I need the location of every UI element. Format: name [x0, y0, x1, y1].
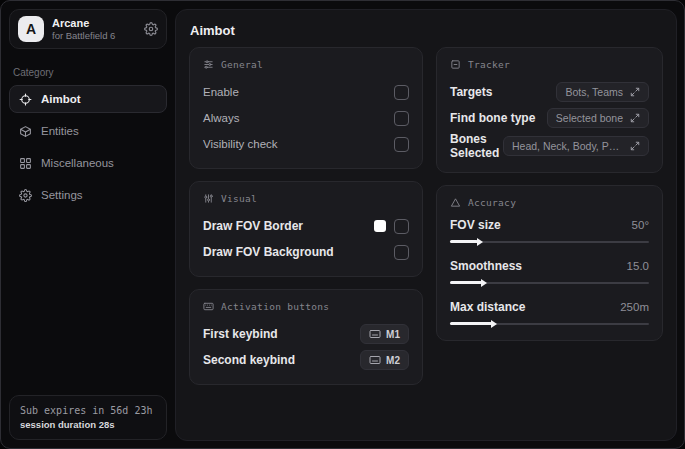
visual-card: Visual Draw FOV Border Draw FOV Backgrou… [189, 181, 423, 277]
sidebar-item-label: Entities [41, 125, 79, 137]
sidebar-item-label: Miscellaneous [41, 157, 114, 169]
session-duration-text: session duration 28s [20, 418, 156, 432]
triangle-icon [450, 197, 461, 208]
setting-row-second-keybind: Second keybind M2 [203, 348, 409, 372]
setting-row-draw-fov-border: Draw FOV Border [203, 214, 409, 238]
setting-row-find-bone-type: Find bone type Selected bone [450, 106, 649, 130]
app-name: Arcane [52, 17, 136, 30]
second-keybind-button[interactable]: M2 [360, 350, 409, 370]
setting-label: Enable [203, 86, 239, 98]
max-distance-slider[interactable] [450, 319, 649, 328]
fov-size-value: 50° [632, 219, 649, 231]
always-checkbox[interactable] [394, 111, 409, 126]
sidebar-item-entities[interactable]: Entities [9, 117, 167, 145]
targets-dropdown[interactable]: Bots, Teams [556, 82, 649, 102]
cube-icon [19, 125, 32, 138]
slider-thumb[interactable] [450, 281, 482, 284]
keyboard-icon [203, 301, 214, 312]
smoothness-slider[interactable] [450, 278, 649, 287]
draw-fov-border-checkbox[interactable] [394, 219, 409, 234]
smoothness-group: Smoothness 15.0 [450, 259, 649, 287]
tracker-card: Tracker Targets Bots, Teams Find bone ty… [436, 47, 663, 173]
sidebar: A Arcane for Battlefield 6 Category Aimb… [1, 1, 175, 448]
sidebar-item-aimbot[interactable]: Aimbot [9, 85, 167, 113]
sidebar-item-label: Settings [41, 189, 83, 201]
setting-label: Bones Selected [450, 132, 503, 160]
sidebar-item-settings[interactable]: Settings [9, 181, 167, 209]
main-panel: Aimbot General Enable Always [175, 9, 677, 441]
keyboard-icon [369, 328, 381, 340]
expand-icon [630, 141, 640, 151]
right-column: Tracker Targets Bots, Teams Find bone ty… [436, 47, 663, 341]
setting-label: Draw FOV Background [203, 245, 334, 259]
app-meta: Arcane for Battlefield 6 [52, 17, 136, 42]
setting-label: FOV size [450, 218, 501, 232]
setting-row-visibility-check: Visibility check [203, 132, 409, 156]
setting-row-draw-fov-background: Draw FOV Background [203, 240, 409, 264]
smoothness-value: 15.0 [627, 260, 649, 272]
card-title: Visual [221, 193, 257, 204]
bones-selected-dropdown[interactable]: Head, Neck, Body, Pe... [503, 136, 649, 156]
subscription-info-card: Sub expires in 56d 23h session duration … [9, 395, 167, 440]
gear-icon [19, 189, 32, 202]
setting-row-enable: Enable [203, 80, 409, 104]
fov-size-group: FOV size 50° [450, 218, 649, 246]
app-logo: A [18, 16, 44, 42]
expand-icon [630, 87, 640, 97]
app-subtitle: for Battlefield 6 [52, 30, 136, 41]
max-distance-value: 250m [620, 301, 649, 313]
setting-label: Targets [450, 85, 492, 99]
setting-row-always: Always [203, 106, 409, 130]
setting-label: Always [203, 112, 239, 124]
crosshair-icon [19, 93, 32, 106]
page-title: Aimbot [190, 23, 676, 38]
expand-icon [630, 113, 640, 123]
grid-icon [19, 157, 32, 170]
fov-border-color-swatch[interactable] [374, 220, 386, 232]
first-keybind-button[interactable]: M1 [360, 324, 409, 344]
sidebar-item-miscellaneous[interactable]: Miscellaneous [9, 149, 167, 177]
fov-size-slider[interactable] [450, 237, 649, 246]
keyboard-icon [369, 354, 381, 366]
card-title: Activation buttons [221, 301, 329, 312]
slider-thumb[interactable] [450, 322, 492, 325]
visibility-check-checkbox[interactable] [394, 137, 409, 152]
activation-buttons-card: Activation buttons First keybind M1 Seco… [189, 289, 423, 385]
keybind-value: M1 [386, 329, 400, 340]
card-title: Tracker [468, 59, 510, 70]
keybind-value: M2 [386, 355, 400, 366]
setting-row-bones-selected: Bones Selected Head, Neck, Body, Pe... [450, 132, 649, 160]
setting-label: Smoothness [450, 259, 522, 273]
max-distance-group: Max distance 250m [450, 300, 649, 328]
app-window: A Arcane for Battlefield 6 Category Aimb… [0, 0, 685, 449]
accuracy-card: Accuracy FOV size 50° [436, 185, 663, 341]
sidebar-nav: Aimbot Entities Miscellaneous Settings [1, 85, 175, 209]
card-title: General [221, 59, 263, 70]
category-label: Category [13, 67, 163, 78]
find-bone-type-dropdown[interactable]: Selected bone [547, 108, 649, 128]
draw-fov-background-checkbox[interactable] [394, 245, 409, 260]
dropdown-value: Head, Neck, Body, Pe... [512, 140, 623, 152]
setting-row-targets: Targets Bots, Teams [450, 80, 649, 104]
sidebar-item-label: Aimbot [41, 93, 81, 105]
sub-expiry-text: Sub expires in 56d 23h [20, 403, 156, 418]
scan-square-icon [450, 59, 461, 70]
setting-label: Find bone type [450, 111, 535, 125]
sliders-icon [203, 59, 214, 70]
app-header-card: A Arcane for Battlefield 6 [9, 9, 167, 49]
card-title: Accuracy [468, 197, 516, 208]
setting-label: Max distance [450, 300, 525, 314]
setting-row-first-keybind: First keybind M1 [203, 322, 409, 346]
enable-checkbox[interactable] [394, 85, 409, 100]
slider-thumb[interactable] [450, 240, 478, 243]
dropdown-value: Selected bone [556, 112, 623, 124]
setting-label: Draw FOV Border [203, 219, 303, 233]
general-card: General Enable Always Visibility check [189, 47, 423, 169]
setting-label: Visibility check [203, 138, 278, 150]
setting-label: First keybind [203, 327, 278, 341]
setting-label: Second keybind [203, 353, 295, 367]
sliders-vertical-icon [203, 193, 214, 204]
gear-icon[interactable] [144, 22, 158, 36]
left-column: General Enable Always Visibility check [189, 47, 423, 385]
dropdown-value: Bots, Teams [565, 86, 623, 98]
